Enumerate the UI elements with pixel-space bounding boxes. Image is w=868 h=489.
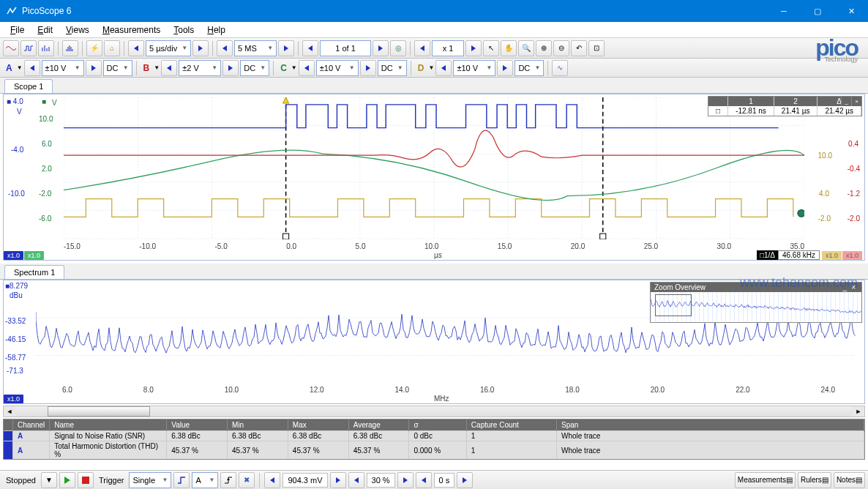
yc-tick: 2.0 <box>42 165 52 173</box>
badge-d[interactable]: x1.0 <box>822 251 842 260</box>
badge-c[interactable]: x1.0 <box>24 251 44 260</box>
zoom-out-to-prev-button[interactable] <box>414 40 430 56</box>
menu-measurements[interactable]: Measurements <box>97 23 166 37</box>
spectrum-scrollbar[interactable]: ◄ ► <box>3 406 865 417</box>
samples-up-button[interactable] <box>278 40 294 56</box>
menu-edit[interactable]: Edit <box>31 23 59 37</box>
menu-file[interactable]: File <box>4 23 30 37</box>
scroll-right-arrow[interactable]: ► <box>853 406 864 417</box>
timebase-dropdown[interactable]: 5 µs/div▼ <box>146 40 191 56</box>
trigger-level-input[interactable]: 904.3 mV <box>283 473 327 488</box>
badge-b[interactable]: x1.0 <box>842 251 862 260</box>
yd-tick: -2.0 <box>818 214 831 223</box>
posttrigger-input[interactable]: 0 s <box>434 473 455 488</box>
persistence-mode-icon[interactable] <box>20 40 37 56</box>
zoom-area-icon[interactable]: 🔍 <box>518 40 534 56</box>
trigger-rising-icon[interactable] <box>220 472 236 488</box>
menu-views[interactable]: Views <box>60 23 95 37</box>
buffer-nav-icon[interactable]: ◎ <box>390 40 406 56</box>
trig-level-up[interactable] <box>330 472 346 488</box>
posttrig-up[interactable] <box>457 472 473 488</box>
undo-zoom-icon[interactable]: ↶ <box>571 40 587 56</box>
pretrig-down[interactable] <box>348 472 364 488</box>
spec-ytick: -71.3 <box>7 367 23 375</box>
chan-d-range-down[interactable] <box>435 60 452 76</box>
auto-setup-icon[interactable]: ⚡ <box>86 40 102 56</box>
badge-a[interactable]: x1.0 <box>4 251 23 260</box>
chan-a-range-up[interactable] <box>86 60 102 76</box>
posttrig-down[interactable] <box>416 472 432 488</box>
minimize-button[interactable]: ─ <box>767 0 801 22</box>
yc-tick: -6.0 <box>39 214 51 223</box>
samples-dropdown[interactable]: 5 MS▼ <box>234 40 277 56</box>
menu-help[interactable]: Help <box>201 23 231 37</box>
scope-mode-icon[interactable] <box>3 40 19 56</box>
samples-down-button[interactable] <box>217 40 233 56</box>
maximize-button[interactable]: ▢ <box>801 0 834 22</box>
cursor-min-icon[interactable]: _ <box>841 97 851 106</box>
svg-rect-21 <box>600 234 606 239</box>
pan-tool-icon[interactable]: ✋ <box>501 40 517 56</box>
meas-row[interactable]: ASignal to Noise Ratio (SNR)6.38 dBc6.38… <box>4 431 864 441</box>
toolbar-top: ⚡ ⌂ 5 µs/div▼ 5 MS▼ 1 of 1 ◎ x 1 ↖ ✋ 🔍 ⊕… <box>0 38 868 59</box>
trigger-channel-dropdown[interactable]: A▼ <box>192 472 218 488</box>
chan-a-coupling[interactable]: DC▼ <box>103 60 132 76</box>
chan-b-coupling[interactable]: DC▼ <box>240 60 269 76</box>
pretrigger-input[interactable]: 30 % <box>367 473 395 488</box>
buffer-next-button[interactable] <box>373 40 389 56</box>
zoom-in-to-next-button[interactable] <box>465 40 482 56</box>
watermark: www.tehencom.com <box>740 275 858 291</box>
scroll-thumb[interactable] <box>48 406 150 417</box>
close-button[interactable]: ✕ <box>834 0 868 22</box>
run-state-dropdown[interactable]: ▼ <box>41 472 57 488</box>
spec-badge-a[interactable]: x1.0 <box>4 395 23 403</box>
meas-row[interactable]: ATotal Harmonic Distortion (THD) %45.37 … <box>4 441 864 460</box>
histogram-icon[interactable] <box>62 40 78 56</box>
notes-button[interactable]: Notes ▤ <box>834 472 865 488</box>
pointer-tool-icon[interactable]: ↖ <box>483 40 499 56</box>
svg-point-23 <box>798 209 804 217</box>
zoom-overview-title: Zoom Overview <box>654 283 706 291</box>
chan-d-range[interactable]: ±10 V▼ <box>453 60 495 76</box>
zoom-factor-dropdown[interactable]: x 1 <box>432 40 464 56</box>
buffer-page-dropdown[interactable]: 1 of 1 <box>320 40 371 56</box>
chan-c-range-down[interactable] <box>299 60 315 76</box>
measurements-button[interactable]: Measurements ▤ <box>735 472 796 488</box>
cursor-close-icon[interactable]: × <box>851 97 861 106</box>
run-button[interactable] <box>59 472 75 488</box>
trigger-advanced-icon[interactable]: ✖ <box>239 472 255 488</box>
math-channel-icon[interactable]: ∿ <box>552 60 568 76</box>
timebase-down-button[interactable] <box>128 40 144 56</box>
cursor-info-panel[interactable]: _× 12Δ □-12.81 ns21.41 µs21.42 µs <box>708 96 862 116</box>
trigger-edge-icon[interactable] <box>173 472 190 488</box>
zoom-out-icon[interactable]: ⊖ <box>553 40 569 56</box>
tab-scope-1[interactable]: Scope 1 <box>4 79 53 93</box>
chan-b-range-down[interactable] <box>161 60 177 76</box>
chan-d-range-up[interactable] <box>497 60 513 76</box>
scope-plot[interactable] <box>64 97 804 239</box>
tab-spectrum-1[interactable]: Spectrum 1 <box>4 265 64 279</box>
trigger-mode-dropdown[interactable]: Single▼ <box>129 472 171 488</box>
buffer-prev-button[interactable] <box>302 40 318 56</box>
home-icon[interactable]: ⌂ <box>104 40 120 56</box>
stop-button[interactable] <box>78 472 94 488</box>
rulers-button[interactable]: Rulers ▤ <box>798 472 831 488</box>
chan-c-range-up[interactable] <box>360 60 376 76</box>
scroll-left-arrow[interactable]: ◄ <box>4 406 15 417</box>
chan-c-range[interactable]: ±10 V▼ <box>316 60 359 76</box>
timebase-up-button[interactable] <box>192 40 209 56</box>
menu-tools[interactable]: Tools <box>168 23 200 37</box>
zoom-in-icon[interactable]: ⊕ <box>536 40 552 56</box>
pretrig-up[interactable] <box>397 472 414 488</box>
yc-unit: V <box>52 99 57 107</box>
chan-b-range-up[interactable] <box>222 60 239 76</box>
chan-c-coupling[interactable]: DC▼ <box>378 60 407 76</box>
chan-b-range[interactable]: ±2 V▼ <box>179 60 221 76</box>
trig-level-down[interactable] <box>264 472 280 488</box>
spectrum-mode-icon[interactable] <box>38 40 54 56</box>
chan-a-range[interactable]: ±10 V▼ <box>42 60 84 76</box>
zoom-full-icon[interactable]: ⊡ <box>588 40 605 56</box>
chan-d-coupling[interactable]: DC▼ <box>515 60 544 76</box>
chan-a-range-down[interactable] <box>24 60 40 76</box>
spectrum-x-ticks: 6.08.010.012.014.016.018.020.022.024.0 <box>62 386 835 394</box>
